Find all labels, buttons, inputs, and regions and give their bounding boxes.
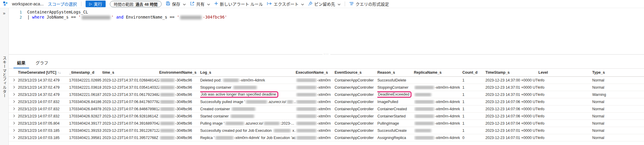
cell-count: 1 — [462, 85, 485, 90]
column-header-type[interactable]: Type_s — [592, 70, 643, 75]
redacted-blur — [297, 129, 316, 132]
tab-results[interactable]: 結果 — [13, 59, 29, 68]
cell-timestamp_s: 2023-12-23 14:07:01 +0000 UTC — [485, 129, 538, 133]
row-expand-chevron-icon[interactable] — [10, 129, 18, 133]
tab-chart[interactable]: グラフ — [32, 59, 52, 68]
cell-event_source: ContainerAppController — [335, 136, 377, 140]
cell-level: info — [538, 121, 592, 126]
column-header-event_source[interactable]: EventSource_s — [335, 70, 377, 75]
cell-reason: DeadlineExceeded — [377, 91, 414, 98]
chevron-down-icon — [301, 1, 304, 6]
table-row[interactable]: 2023/12/23 14:07:07.8321703340426.849782… — [9, 105, 644, 113]
cell-env: -304fbc96 — [159, 78, 200, 82]
code-line: 2 | where JobName_s == '' and Environmen… — [9, 15, 644, 20]
sort-icon[interactable]: ↑↓ — [57, 71, 61, 74]
table-row[interactable]: 2023/12/23 14:07:03.1851703340421.395812… — [9, 134, 644, 141]
cell-reason: ContainerCreated — [377, 107, 414, 111]
cell-env: -304fbc96 — [159, 100, 200, 104]
cell-time_generated: 2023/12/23 14:07:03.185 — [18, 136, 69, 140]
save-button[interactable]: 保存 — [166, 1, 186, 7]
select-scope-link[interactable]: スコープの選択 — [48, 1, 77, 7]
row-expand-chevron-icon[interactable] — [10, 85, 18, 90]
expand-pane-icon[interactable]: » — [0, 8, 8, 16]
cell-timestamp_d: 1703342221.02695 — [69, 78, 102, 82]
cell-timestamp_s: 2023-12-23 14:37:00 +0000 UTC — [485, 78, 538, 82]
table-row[interactable]: 2023/12/23 14:37:02.4791703342221.036182… — [9, 84, 644, 91]
table-row[interactable]: 2023/12/23 14:37:02.4791703342221.026952… — [9, 77, 644, 84]
results-grid-header: TimeGenerated [UTC]↑↓_timestamp_dtime_sE… — [9, 69, 644, 77]
cell-replica: -xitm0rn-4dmrk — [414, 85, 462, 90]
schema-filter-vertical-tab[interactable]: スキーマとフィルター — [1, 56, 7, 98]
cell-log: Successfully created pod for Job Executi… — [200, 129, 296, 133]
redacted-blur — [297, 136, 316, 140]
query-toolbar: workspace-aca... スコープの選択 ▷ 実行 時間の範囲: 過去 … — [0, 0, 644, 8]
workspace-icon — [3, 1, 8, 7]
cell-execution: -xitm0rn — [296, 136, 335, 140]
format-query-button[interactable]: クエリの形式設定 — [349, 1, 389, 7]
cell-time_generated: 2023/12/23 14:07:07.832 — [18, 100, 69, 104]
query-editor[interactable]: 1 ContainerAppSystemLogs_CL 2 | where Jo… — [9, 8, 644, 54]
cell-replica — [414, 129, 462, 133]
cell-count: 0 — [462, 136, 485, 140]
cell-execution: -xitm0rn — [296, 78, 335, 82]
table-row[interactable]: 2023/12/23 14:07:05.8041703340424.391772… — [9, 120, 644, 127]
redacted-blur — [415, 100, 434, 104]
table-row[interactable]: 2023/12/23 14:07:03.1851703340421.391532… — [9, 127, 644, 134]
column-header-replica[interactable]: ReplicaName_s — [414, 70, 462, 75]
line-number: 1 — [9, 10, 27, 15]
cell-timestamp_d: 1703342221.06187 — [69, 93, 102, 97]
cell-timestamp_d: 1703342221.03618 — [69, 85, 102, 90]
cell-env: -304fbc96 — [159, 136, 200, 140]
export-button[interactable]: エクスポート — [267, 1, 304, 7]
column-header-timestamp_s[interactable]: TimeStamp_s — [485, 70, 538, 75]
redacted-blur — [160, 129, 174, 132]
cell-timestamp_s: 2023-12-23 14:37:01 +0000 UTC — [485, 93, 538, 97]
row-expand-chevron-icon[interactable] — [10, 136, 18, 140]
row-expand-chevron-icon[interactable] — [10, 93, 18, 97]
redacted-blur — [225, 122, 244, 125]
column-header-count[interactable]: Count_d — [462, 70, 485, 75]
column-header-log[interactable]: Log_s — [200, 70, 296, 75]
time-range-picker[interactable]: 時間の範囲: 過去 48 時間 — [110, 1, 161, 7]
column-header-execution[interactable]: ExecutionName_s — [296, 70, 335, 75]
cell-execution: -xitm0rn — [296, 107, 335, 111]
redacted-blur — [297, 107, 316, 111]
pin-to-button[interactable]: ピン留め先 — [308, 1, 341, 7]
play-icon: ▷ — [89, 2, 92, 6]
column-header-env[interactable]: EnvironmentName_s — [159, 70, 200, 75]
column-header-time_generated[interactable]: TimeGenerated [UTC]↑↓ — [18, 70, 69, 75]
column-header-reason[interactable]: Reason_s — [377, 70, 414, 75]
redacted-blur — [160, 107, 174, 111]
splitter-grip-icon[interactable]: ··· — [323, 52, 330, 56]
table-row[interactable]: 2023/12/23 14:07:07.8321703340426.841862… — [9, 98, 644, 105]
new-alert-rule-button[interactable]: 新しいアラート ルール — [214, 1, 263, 7]
cell-time_generated: 2023/12/23 14:07:03.185 — [18, 129, 69, 133]
pane-splitter[interactable]: ··· — [9, 54, 644, 56]
cell-type: Normal — [592, 100, 643, 104]
row-expand-chevron-icon[interactable] — [10, 121, 18, 126]
run-button[interactable]: ▷ 実行 — [86, 1, 106, 7]
column-header-timestamp_d[interactable]: _timestamp_d — [69, 70, 102, 75]
format-lines-icon — [349, 1, 354, 6]
column-header-level[interactable]: Level — [538, 70, 592, 75]
row-expand-chevron-icon[interactable] — [10, 100, 18, 104]
row-expand-chevron-icon[interactable] — [10, 107, 18, 111]
redacted-blur — [233, 86, 257, 89]
share-button[interactable]: 共有 — [190, 1, 210, 7]
cell-replica: -xitm0rn-4dmrk — [414, 114, 462, 118]
row-expand-chevron-icon[interactable] — [10, 114, 18, 118]
cell-event_source: ContainerAppController — [335, 121, 377, 126]
redacted-blur — [415, 86, 434, 89]
row-expand-chevron-icon[interactable] — [10, 78, 18, 82]
column-header-time_s[interactable]: time_s — [102, 70, 159, 75]
redacted-blur — [297, 122, 316, 125]
cell-reason: SuccessfulDelete — [377, 78, 414, 82]
cell-time_generated: 2023/12/23 14:37:02.479 — [18, 93, 69, 97]
table-row[interactable]: 2023/12/23 14:07:07.8321703340426.928272… — [9, 113, 644, 120]
cell-time_generated: 2023/12/23 14:07:07.832 — [18, 114, 69, 118]
cell-timestamp_d: 1703340424.39177 — [69, 121, 102, 126]
table-row[interactable]: 2023/12/23 14:37:02.4791703342221.061872… — [9, 91, 644, 98]
redacted-blur — [415, 122, 434, 125]
cell-count: 1 — [462, 129, 485, 133]
cell-env: -304fbc96 — [159, 121, 200, 126]
